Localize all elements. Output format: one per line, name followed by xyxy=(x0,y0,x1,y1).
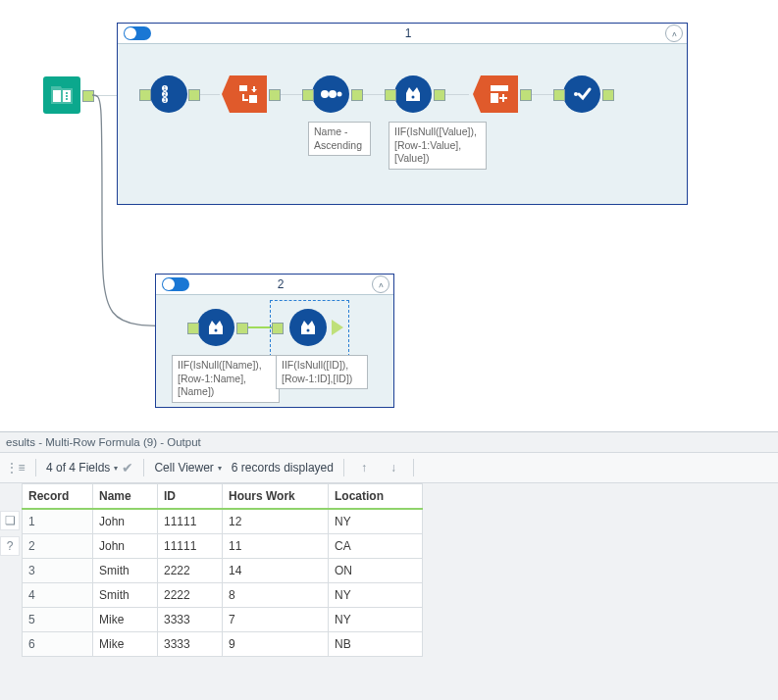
multi-row-formula-icon xyxy=(197,309,234,346)
anchor-output[interactable] xyxy=(332,320,343,335)
svg-rect-12 xyxy=(249,95,257,103)
check-icon: ✔ xyxy=(122,460,133,475)
records-displayed-label: 6 records displayed xyxy=(232,461,334,475)
anchor-input[interactable] xyxy=(139,89,151,101)
anchor-input[interactable] xyxy=(385,89,396,101)
multi-row-formula-icon xyxy=(289,309,327,346)
wire xyxy=(281,94,304,95)
tool-container-1[interactable]: 1 ʌ 123 Name - Ascending xyxy=(117,23,688,205)
cross-tab-icon xyxy=(481,75,518,113)
tool-cross-tab[interactable] xyxy=(481,75,518,113)
separator xyxy=(343,459,344,476)
cell-viewer-dropdown[interactable]: Cell Viewer ▾ xyxy=(154,461,221,475)
anchor-input[interactable] xyxy=(553,89,565,101)
wire xyxy=(200,94,220,95)
separator xyxy=(413,459,414,476)
select-icon xyxy=(563,75,600,113)
svg-point-15 xyxy=(337,92,342,97)
disable-toggle[interactable] xyxy=(124,26,151,40)
svg-point-3 xyxy=(66,95,68,97)
tool-multi-row-formula[interactable] xyxy=(394,75,432,113)
anchor-output[interactable] xyxy=(351,89,363,101)
col-location[interactable]: Location xyxy=(329,484,423,510)
tool-record-id[interactable]: 123 xyxy=(150,75,187,113)
svg-point-14 xyxy=(329,90,337,98)
col-hours-work[interactable]: Hours Work xyxy=(223,484,329,510)
table-row[interactable]: 4Smith22228NY xyxy=(23,583,423,608)
wire xyxy=(445,94,469,95)
anchor-output[interactable] xyxy=(602,89,614,101)
disable-toggle[interactable] xyxy=(162,277,189,291)
col-name[interactable]: Name xyxy=(93,484,158,510)
chevron-up-icon[interactable]: ʌ xyxy=(372,275,389,293)
col-id[interactable]: ID xyxy=(158,484,223,510)
tool-multi-row-formula-id[interactable] xyxy=(289,309,327,346)
actions-menu-icon[interactable]: ⋮≡ xyxy=(6,458,26,477)
svg-point-4 xyxy=(66,98,68,100)
container-header[interactable]: 1 ʌ xyxy=(118,24,687,44)
anchor-output[interactable] xyxy=(269,89,281,101)
anchor-output[interactable] xyxy=(82,90,94,102)
caret-down-icon: ▾ xyxy=(218,464,222,473)
field-count-label: 4 of 4 Fields xyxy=(46,461,110,475)
tool-input-data[interactable] xyxy=(43,76,80,114)
annotation-multirow-name: IIF(IsNull([Name]),[Row-1:Name],[Name]) xyxy=(172,355,280,403)
table-row[interactable]: 5Mike33337NY xyxy=(23,608,423,632)
container-title: 1 xyxy=(151,26,665,40)
anchor-input[interactable] xyxy=(302,89,314,101)
tool-sort[interactable] xyxy=(312,75,349,113)
cell-viewer-label: Cell Viewer xyxy=(154,461,213,475)
container-header[interactable]: 2 ʌ xyxy=(156,275,393,295)
arrow-down-icon[interactable]: ↓ xyxy=(384,458,403,477)
anchor-input[interactable] xyxy=(187,323,199,334)
annotation-sort: Name - Ascending xyxy=(308,122,371,156)
svg-point-22 xyxy=(215,329,218,332)
annotation-multirow-id: IIF(IsNull([ID]),[Row-1:ID],[ID]) xyxy=(276,355,368,389)
anchor-input[interactable] xyxy=(272,323,284,334)
annotation-multirow: IIF(IsNull([Value]),[Row-1:Value],[Value… xyxy=(389,122,487,170)
multi-row-formula-icon xyxy=(394,75,432,113)
results-title: esults - Multi-Row Formula (9) - Output xyxy=(0,432,778,452)
tool-select[interactable] xyxy=(563,75,600,113)
svg-rect-0 xyxy=(53,90,61,102)
separator xyxy=(143,459,144,476)
svg-point-13 xyxy=(321,90,329,98)
tool-multi-row-formula-name[interactable] xyxy=(197,309,234,346)
table-row[interactable]: 2John1111111CA xyxy=(23,534,423,559)
help-icon[interactable]: ? xyxy=(0,536,20,556)
caret-down-icon: ▾ xyxy=(114,464,118,473)
anchor-output[interactable] xyxy=(236,323,248,334)
workflow-canvas[interactable]: 1 ʌ 123 Name - Ascending xyxy=(0,0,778,431)
anchor-output[interactable] xyxy=(434,89,445,101)
sort-icon xyxy=(312,75,349,113)
svg-point-17 xyxy=(412,96,415,99)
col-record[interactable]: Record xyxy=(23,484,93,510)
table-row[interactable]: 1John1111112NY xyxy=(23,509,423,534)
results-grid[interactable]: Record Name ID Hours Work Location 1John… xyxy=(22,483,423,657)
svg-point-20 xyxy=(574,92,578,96)
wire xyxy=(94,95,118,96)
table-header-row[interactable]: Record Name ID Hours Work Location xyxy=(23,484,423,510)
row-tag-icon[interactable]: ❏ xyxy=(0,511,20,530)
svg-text:3: 3 xyxy=(164,97,167,103)
wire xyxy=(248,326,272,328)
svg-point-2 xyxy=(66,92,68,94)
svg-rect-18 xyxy=(491,85,508,91)
record-id-icon: 123 xyxy=(150,75,187,113)
anchor-output[interactable] xyxy=(188,89,200,101)
tool-transpose[interactable] xyxy=(230,75,267,113)
svg-point-24 xyxy=(307,329,310,332)
arrow-up-icon[interactable]: ↑ xyxy=(354,458,374,477)
chevron-up-icon[interactable]: ʌ xyxy=(665,25,683,42)
table-row[interactable]: 6Mike33339NB xyxy=(23,632,423,657)
anchor-output[interactable] xyxy=(520,89,532,101)
tool-container-2[interactable]: 2 ʌ IIF(IsNull([Name]),[Row-1:Name],[Nam… xyxy=(155,274,394,408)
transpose-icon xyxy=(230,75,267,113)
field-count-dropdown[interactable]: 4 of 4 Fields ▾ ✔ xyxy=(46,460,133,475)
svg-rect-11 xyxy=(239,85,247,91)
table-row[interactable]: 3Smith222214ON xyxy=(23,559,423,583)
results-toolbar: ⋮≡ 4 of 4 Fields ▾ ✔ Cell Viewer ▾ 6 rec… xyxy=(0,452,778,483)
wire xyxy=(363,94,387,95)
input-data-icon xyxy=(43,76,80,114)
results-grid-wrapper: ❏ ? Record Name ID Hours Work Location 1… xyxy=(0,483,778,657)
